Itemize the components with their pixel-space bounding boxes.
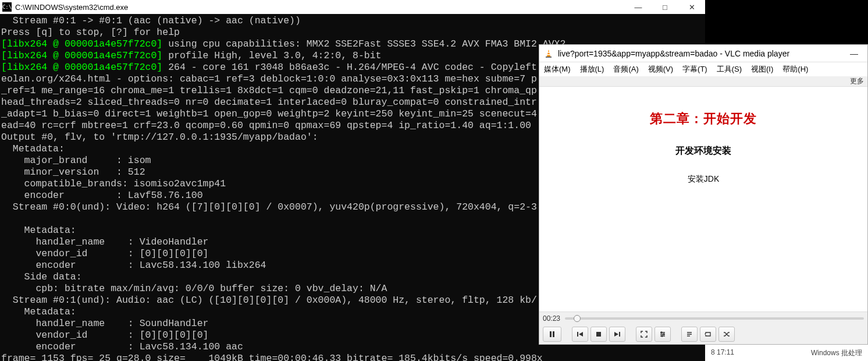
minimize-button[interactable]: — (625, 0, 652, 14)
vlc-menu-help[interactable]: 帮助(H) (782, 64, 808, 75)
slide-subtitle: 开发环境安装 (539, 145, 867, 157)
cmd-title-text: C:\WINDOWS\system32\cmd.exe (15, 3, 128, 12)
svg-point-12 (663, 334, 664, 335)
svg-marker-14 (705, 333, 706, 335)
cmd-icon: C:\ (2, 2, 12, 12)
vlc-video-area[interactable]: 第二章：开始开发 开发环境安装 安装JDK (539, 87, 867, 312)
svg-rect-1 (546, 56, 552, 58)
vlc-time-elapsed: 00:23 (543, 314, 560, 323)
playlist-button[interactable] (681, 327, 698, 342)
slide-title: 第二章：开始开发 (539, 110, 867, 128)
svg-point-11 (661, 332, 662, 333)
shuffle-button[interactable] (718, 327, 735, 342)
cmd-titlebar: C:\ C:\WINDOWS\system32\cmd.exe — □ ✕ (0, 0, 705, 14)
prev-button[interactable] (572, 327, 588, 342)
vlc-menubar: 媒体(M) 播放(L) 音频(A) 视频(V) 字幕(T) 工具(S) 视图(I… (539, 62, 867, 76)
vlc-seek-knob[interactable] (574, 315, 581, 322)
vlc-titlebar: live?port=1935&app=myapp&stream=badao - … (539, 45, 867, 62)
cmd-line: profile High, level 3.0, 4:2:0, 8-bit (162, 50, 381, 61)
vlc-minimize-button[interactable]: — (845, 49, 863, 58)
vlc-menu-video[interactable]: 视频(V) (648, 64, 673, 75)
vlc-menu-tools[interactable]: 工具(S) (717, 64, 742, 75)
slide-item: 安装JDK (539, 174, 867, 185)
vlc-menu-audio[interactable]: 音频(A) (613, 64, 638, 75)
vlc-menu-playback[interactable]: 播放(L) (580, 64, 604, 75)
loop-button[interactable] (700, 327, 716, 342)
fullscreen-button[interactable] (636, 327, 652, 342)
close-button[interactable]: ✕ (678, 0, 705, 14)
svg-rect-10 (619, 332, 620, 337)
ext-settings-button[interactable] (654, 327, 671, 342)
svg-rect-5 (553, 331, 554, 337)
svg-rect-6 (577, 332, 578, 337)
cmd-line: eolan.org/x264.html - options: cabac=1 r… (1, 73, 543, 361)
vlc-seek-row: 00:23 (539, 312, 867, 324)
svg-marker-0 (547, 49, 550, 56)
svg-rect-3 (547, 54, 550, 55)
pause-button[interactable] (543, 327, 561, 342)
cmd-libx264-tag: [libx264 @ 000001a4e57f72c0] (1, 38, 162, 49)
vlc-more-label[interactable]: 更多 (850, 76, 864, 86)
cmd-line: Stream #0:1 -> #0:1 (aac (native) -> aac… (1, 15, 301, 38)
vlc-seek-slider[interactable] (565, 317, 864, 320)
svg-marker-9 (614, 332, 618, 337)
cmd-libx264-tag: [libx264 @ 000001a4e57f72c0] (1, 62, 162, 73)
cmd-line: 264 - core 161 r3048 b86ae3c - H.264/MPE… (162, 62, 537, 73)
vlc-toolbar-extra: 更多 (539, 76, 867, 87)
cmd-line: using cpu capabilities: MMX2 SSE2Fast SS… (162, 38, 565, 49)
background-dark (705, 0, 868, 44)
svg-rect-4 (550, 331, 552, 337)
maximize-button[interactable]: □ (652, 0, 678, 14)
vlc-menu-subtitle[interactable]: 字幕(T) (682, 64, 707, 75)
svg-rect-8 (596, 332, 601, 337)
stop-button[interactable] (590, 327, 607, 342)
vlc-window: live?port=1935&app=myapp&stream=badao - … (539, 44, 868, 345)
svg-point-13 (661, 335, 663, 337)
file-time: 8 17:11 (711, 348, 734, 358)
file-type: Windows 批处理 (811, 348, 862, 358)
next-button[interactable] (609, 327, 625, 342)
cmd-libx264-tag: [libx264 @ 000001a4e57f72c0] (1, 50, 162, 61)
vlc-title-text: live?port=1935&app=myapp&stream=badao - … (558, 49, 789, 58)
vlc-menu-media[interactable]: 媒体(M) (544, 64, 571, 75)
vlc-menu-view[interactable]: 视图(I) (751, 64, 773, 75)
vlc-controls (539, 324, 867, 344)
vlc-cone-icon (544, 49, 553, 58)
svg-marker-7 (579, 332, 583, 337)
svg-rect-2 (547, 52, 550, 53)
